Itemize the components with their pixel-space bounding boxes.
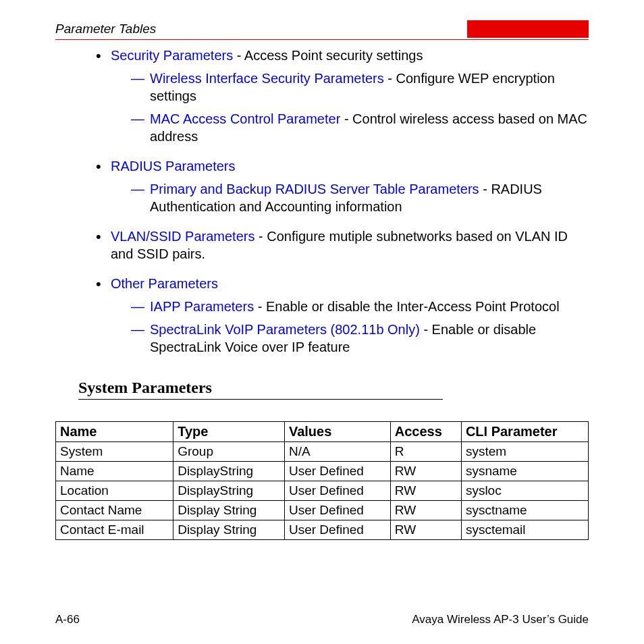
col-values: Values (284, 422, 390, 442)
table-header-row: Name Type Values Access CLI Parameter (56, 422, 589, 442)
link-security-parameters[interactable]: Security Parameters (111, 48, 233, 63)
link-mac-access-control[interactable]: MAC Access Control Parameter (150, 111, 340, 126)
link-primary-backup-radius[interactable]: Primary and Backup RADIUS Server Table P… (150, 182, 479, 196)
cell: Contact E-mail (56, 520, 173, 540)
cell: sysloc (461, 481, 588, 501)
cell: sysctemail (461, 520, 588, 540)
link-vlan-ssid-parameters[interactable]: VLAN/SSID Parameters (111, 229, 254, 244)
header-row: Parameter Tables (55, 20, 589, 40)
cell: N/A (284, 442, 390, 462)
sub-item: — MAC Access Control Parameter - Control… (131, 110, 589, 145)
cell: User Defined (284, 462, 390, 481)
cell: Group (173, 442, 285, 462)
dash-icon: — (131, 298, 144, 315)
footer: A-66 Avaya Wireless AP-3 User’s Guide (55, 613, 589, 626)
cell: Name (56, 462, 173, 481)
list-item: Security Parameters - Access Point secur… (96, 47, 589, 145)
section-heading: System Parameters (78, 379, 443, 400)
list-item: VLAN/SSID Parameters - Configure mutiple… (96, 227, 589, 263)
cell: DisplayString (173, 462, 285, 481)
sub-list: — Wireless Interface Security Parameters… (111, 70, 589, 145)
col-cli: CLI Parameter (461, 422, 588, 442)
cell: RW (390, 501, 461, 520)
col-name: Name (56, 422, 173, 442)
system-parameters-table: Name Type Values Access CLI Parameter Sy… (55, 421, 589, 540)
sub-item: — Wireless Interface Security Parameters… (131, 70, 589, 105)
page-number: A-66 (55, 613, 80, 626)
sub-list: — Primary and Backup RADIUS Server Table… (111, 180, 589, 215)
sub-list: — IAPP Parameters - Enable or disable th… (111, 298, 589, 356)
cell: R (390, 442, 461, 462)
cell: Display String (173, 501, 285, 520)
dash-icon: — (131, 321, 144, 338)
cell: RW (390, 481, 461, 501)
cell: RW (390, 520, 461, 540)
parameter-list: Security Parameters - Access Point secur… (55, 47, 589, 356)
list-item: Other Parameters — IAPP Parameters - Ena… (96, 275, 589, 356)
cell: DisplayString (173, 481, 285, 501)
cell: RW (390, 462, 461, 481)
col-type: Type (173, 422, 285, 442)
link-iapp-parameters[interactable]: IAPP Parameters (150, 299, 254, 314)
header-accent-block (467, 20, 589, 38)
item-desc: - Access Point security settings (233, 48, 423, 63)
link-radius-parameters[interactable]: RADIUS Parameters (111, 159, 236, 173)
sub-desc: - Enable or disable the Inter-Access Poi… (254, 299, 559, 314)
sub-item: — Primary and Backup RADIUS Server Table… (131, 180, 589, 215)
link-other-parameters[interactable]: Other Parameters (111, 276, 218, 291)
table-row: Contact Name Display String User Defined… (56, 501, 589, 520)
cell: Display String (173, 520, 285, 540)
table-row: System Group N/A R system (56, 442, 589, 462)
footer-title: Avaya Wireless AP-3 User’s Guide (412, 613, 589, 626)
table-row: Name DisplayString User Defined RW sysna… (56, 462, 589, 481)
cell: System (56, 442, 173, 462)
cell: Contact Name (56, 501, 173, 520)
page: Parameter Tables Security Parameters - A… (0, 0, 644, 644)
link-spectralink-voip[interactable]: SpectraLink VoIP Parameters (802.11b Onl… (150, 322, 420, 337)
sub-item: — SpectraLink VoIP Parameters (802.11b O… (131, 321, 589, 356)
cell: system (461, 442, 588, 462)
cell: User Defined (284, 520, 390, 540)
header-title: Parameter Tables (55, 22, 156, 36)
col-access: Access (390, 422, 461, 442)
link-wireless-interface-security[interactable]: Wireless Interface Security Parameters (150, 71, 384, 86)
table-row: Location DisplayString User Defined RW s… (56, 481, 589, 501)
sub-item: — IAPP Parameters - Enable or disable th… (131, 298, 589, 315)
dash-icon: — (131, 70, 144, 87)
cell: sysname (461, 462, 588, 481)
list-item: RADIUS Parameters — Primary and Backup R… (96, 157, 589, 215)
cell: sysctname (461, 501, 588, 520)
table-row: Contact E-mail Display String User Defin… (56, 520, 589, 540)
cell: User Defined (284, 501, 390, 520)
cell: Location (56, 481, 173, 501)
cell: User Defined (284, 481, 390, 501)
dash-icon: — (131, 110, 144, 128)
dash-icon: — (131, 180, 144, 198)
